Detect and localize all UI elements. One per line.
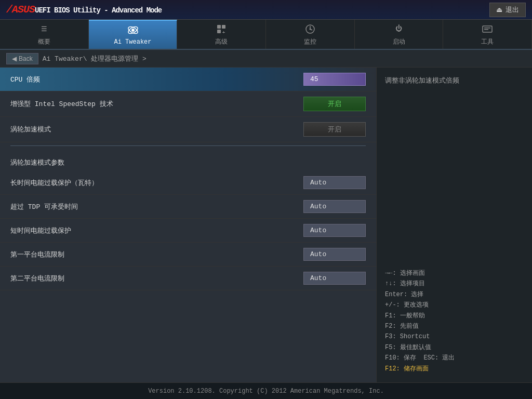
back-label: Back: [19, 55, 33, 62]
shortcut-f5: F5: 最佳默认值: [385, 342, 524, 353]
tdp-time-row[interactable]: 超过 TDP 可承受时间 Auto: [0, 195, 376, 219]
speedstep-row[interactable]: 增强型 Intel SpeedStep 技术 开启: [0, 91, 376, 117]
platform-current1-value[interactable]: Auto: [303, 248, 366, 261]
short-power-value[interactable]: Auto: [303, 224, 366, 237]
tab-monitor[interactable]: 监控: [266, 20, 355, 49]
main-layout: CPU 倍频 45 增强型 Intel SpeedStep 技术 开启 涡轮加速…: [0, 68, 532, 382]
turbo-params-label: 涡轮加速模式参数: [10, 158, 64, 167]
cpu-multiplier-value[interactable]: 45: [303, 73, 366, 86]
tdp-time-label: 超过 TDP 可承受时间: [10, 202, 78, 211]
tab-overview-label: 概要: [38, 37, 50, 46]
boot-icon: ⏻: [393, 23, 405, 35]
svg-rect-3: [217, 25, 221, 29]
shortcut-plusminus: +/-: 更改选项: [385, 300, 524, 310]
platform-current1-row[interactable]: 第一平台电流限制 Auto: [0, 243, 376, 267]
long-power-label: 长时间电能过载保护（瓦特）: [10, 178, 98, 188]
exit-icon: ⏏: [496, 6, 502, 14]
tab-monitor-label: 监控: [304, 37, 316, 46]
shortcut-f1: F1: 一般帮助: [385, 311, 524, 321]
short-power-label: 短时间电能过载保护: [10, 226, 71, 235]
tab-boot[interactable]: ⏻ 启动: [355, 20, 444, 49]
tab-ai-tweaker[interactable]: Ai Tweaker: [89, 20, 178, 49]
footer-text: Version 2.10.1208. Copyright (C) 2012 Am…: [148, 388, 384, 395]
tab-boot-label: 启动: [393, 37, 405, 46]
footer: Version 2.10.1208. Copyright (C) 2012 Am…: [0, 382, 532, 399]
tdp-time-value[interactable]: Auto: [303, 200, 366, 213]
turbo-mode-row[interactable]: 涡轮加速模式 开启: [0, 117, 376, 142]
shortcut-list: →←: 选择画面 ↑↓: 选择项目 Enter: 选择 +/-: 更改选项 F1…: [385, 268, 524, 374]
shortcut-enter: Enter: 选择: [385, 289, 524, 300]
divider: [10, 145, 366, 146]
shortcut-f3: F3: Shortcut: [385, 331, 524, 342]
svg-point-0: [131, 29, 135, 32]
cpu-multiplier-label: CPU 倍频: [10, 75, 40, 84]
overview-icon: ☰: [38, 23, 50, 35]
platform-current2-value[interactable]: Auto: [303, 272, 366, 285]
short-power-row[interactable]: 短时间电能过载保护 Auto: [0, 219, 376, 243]
long-power-value[interactable]: Auto: [303, 176, 366, 189]
exit-label: 退出: [506, 5, 519, 15]
turbo-mode-label: 涡轮加速模式: [10, 125, 51, 134]
tab-ai-tweaker-label: Ai Tweaker: [114, 38, 152, 46]
right-sidebar: 调整非涡轮加速模式倍频 →←: 选择画面 ↑↓: 选择项目 Enter: 选择 …: [376, 68, 532, 382]
svg-rect-4: [222, 25, 225, 29]
platform-current2-row[interactable]: 第二平台电流限制 Auto: [0, 267, 376, 290]
breadcrumb: ◀ Back Ai Tweaker\ 处理器电源管理 >: [0, 50, 532, 68]
help-text: 调整非涡轮加速模式倍频: [385, 76, 524, 87]
monitor-icon: [304, 23, 316, 35]
shortcut-arrows: →←: 选择画面: [385, 268, 524, 278]
svg-point-9: [309, 28, 311, 30]
content-area: CPU 倍频 45 增强型 Intel SpeedStep 技术 开启 涡轮加速…: [0, 68, 376, 382]
svg-rect-7: [222, 32, 225, 33]
breadcrumb-path: Ai Tweaker\ 处理器电源管理 >: [43, 54, 147, 63]
ai-tweaker-icon: [127, 24, 139, 36]
cpu-multiplier-row[interactable]: CPU 倍频 45: [0, 68, 376, 91]
asus-logo: /ASUSUEFI BIOS Utility - Advanced Mode: [6, 4, 162, 16]
tab-advanced[interactable]: 高级: [177, 20, 266, 49]
tab-tools-label: 工具: [481, 37, 494, 46]
shortcut-f12: F12: 储存画面: [385, 364, 524, 374]
advanced-icon: [215, 23, 228, 35]
shortcut-updown: ↑↓: 选择项目: [385, 278, 524, 289]
turbo-mode-toggle[interactable]: 开启: [303, 122, 366, 137]
platform-current2-label: 第二平台电流限制: [10, 274, 64, 283]
nav-tabs: ☰ 概要 Ai Tweaker 高级: [0, 20, 532, 50]
tab-overview[interactable]: ☰ 概要: [0, 20, 89, 49]
tab-advanced-label: 高级: [215, 37, 228, 46]
tab-tools[interactable]: 工具: [443, 20, 532, 49]
back-button[interactable]: ◀ Back: [6, 53, 38, 64]
tools-icon: [481, 23, 494, 35]
svg-rect-11: [484, 28, 490, 29]
speedstep-label: 增强型 Intel SpeedStep 技术: [10, 99, 113, 109]
platform-current1-label: 第一平台电流限制: [10, 250, 64, 259]
header-left: /ASUSUEFI BIOS Utility - Advanced Mode: [6, 4, 162, 16]
speedstep-toggle[interactable]: 开启: [303, 97, 366, 111]
back-arrow-icon: ◀: [12, 55, 17, 62]
header: /ASUSUEFI BIOS Utility - Advanced Mode ⏏…: [0, 0, 532, 20]
shortcut-f2: F2: 先前值: [385, 321, 524, 331]
exit-button[interactable]: ⏏ 退出: [489, 3, 526, 17]
svg-rect-12: [484, 29, 488, 30]
turbo-params-header: 涡轮加速模式参数: [0, 149, 376, 171]
long-power-row[interactable]: 长时间电能过载保护（瓦特） Auto: [0, 171, 376, 195]
shortcut-f10: F10: 保存 ESC: 退出: [385, 353, 524, 363]
svg-rect-5: [217, 30, 221, 33]
